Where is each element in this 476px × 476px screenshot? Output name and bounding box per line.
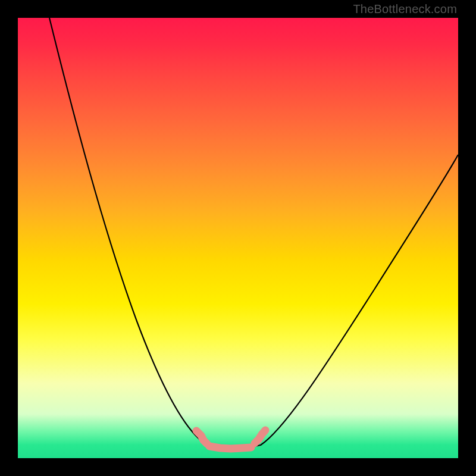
chart-frame: TheBottleneck.com — [0, 0, 476, 476]
marker-group — [196, 430, 265, 449]
watermark-text: TheBottleneck.com — [353, 2, 457, 16]
marker-left — [196, 431, 207, 444]
marker-right — [255, 430, 265, 443]
chart-svg — [18, 18, 458, 458]
marker-bottom — [209, 446, 251, 449]
bottleneck-curve — [49, 18, 458, 448]
plot-area — [18, 18, 458, 458]
